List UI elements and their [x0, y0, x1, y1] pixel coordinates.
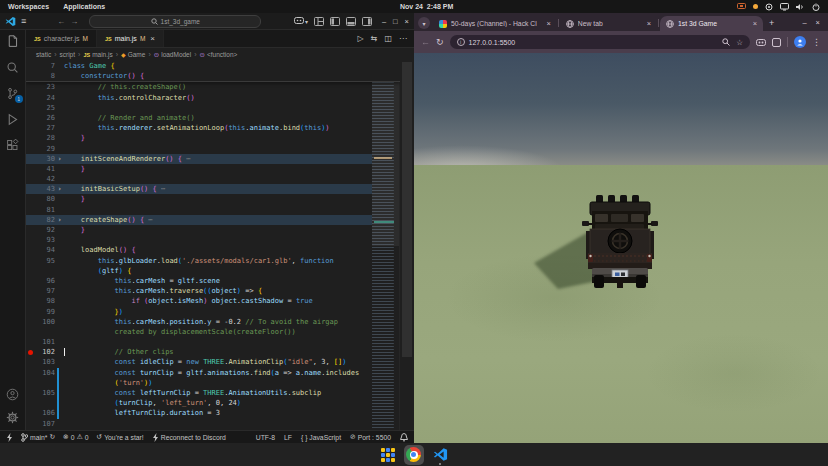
breakpoint-gutter[interactable] — [26, 266, 35, 276]
breakpoint-gutter[interactable] — [26, 388, 35, 398]
back-icon[interactable]: ← — [421, 37, 430, 47]
extensions-icon[interactable] — [6, 139, 19, 152]
breakpoint-gutter[interactable] — [26, 317, 35, 327]
code-line-97[interactable]: 97 this.carMesh.traverse((object) => { — [26, 286, 400, 296]
split-editor-icon[interactable]: ◫ — [384, 34, 392, 43]
breakpoint-gutter[interactable] — [26, 347, 35, 357]
breakpoint-gutter[interactable] — [26, 71, 35, 81]
copilot-icon[interactable]: ▾ — [294, 17, 308, 25]
code-line-80[interactable]: 80 } — [26, 194, 400, 204]
account-icon[interactable] — [6, 388, 19, 401]
status-discord[interactable]: Reconnect to Discord — [152, 433, 226, 442]
menu-icon[interactable]: ≡ — [21, 16, 26, 26]
code-line-27[interactable]: 27 this.renderer.setAnimationLoop(this.a… — [26, 123, 400, 133]
minimap-visible-region[interactable] — [372, 61, 400, 246]
toggle-sidebar-icon[interactable] — [330, 17, 340, 26]
fold-gutter[interactable] — [55, 408, 64, 418]
breakpoint-gutter[interactable] — [26, 327, 35, 337]
sync-icon[interactable]: ↻ — [49, 433, 55, 441]
screen-share-icon[interactable] — [737, 3, 746, 10]
breakpoint-gutter[interactable] — [26, 61, 35, 71]
breakpoint-gutter[interactable] — [26, 357, 35, 367]
code-line-23[interactable]: 23 // this.createShape() — [26, 82, 400, 92]
code-editor[interactable]: 7class Game {8 constructor() { 23 // thi… — [26, 61, 400, 430]
reload-icon[interactable]: ↻ — [436, 37, 444, 47]
code-line-96[interactable]: 96 this.carMesh = gltf.scene — [26, 276, 400, 286]
breakpoint-gutter[interactable] — [26, 296, 35, 306]
breakpoint-gutter[interactable] — [26, 205, 35, 215]
site-info-icon[interactable]: i — [457, 38, 465, 46]
fold-gutter[interactable] — [55, 307, 64, 317]
code-line-99[interactable]: 99 }) — [26, 307, 400, 317]
breadcrumb-item[interactable]: ⊙<function> — [200, 51, 238, 59]
breadcrumb-item[interactable]: ⊙loadModel — [154, 51, 191, 59]
breakpoint-gutter[interactable] — [26, 419, 35, 429]
fold-gutter[interactable] — [55, 235, 64, 245]
scrollbar-thumb[interactable] — [402, 62, 412, 357]
status-problems[interactable]: ⊗0 ⚠0 — [63, 433, 88, 441]
fold-gutter[interactable] — [55, 82, 64, 92]
fold-gutter[interactable] — [55, 194, 64, 204]
fold-gutter[interactable] — [55, 419, 64, 429]
status-lf[interactable]: LF — [284, 434, 292, 441]
fold-gutter[interactable] — [55, 286, 64, 296]
fold-gutter[interactable] — [55, 368, 64, 378]
fold-gutter[interactable] — [55, 337, 64, 347]
code-line-93[interactable]: 93 — [26, 235, 400, 245]
editor-tab-character.js[interactable]: JScharacter.jsM — [26, 30, 97, 47]
settings-gear-icon[interactable] — [6, 411, 19, 424]
history-forward-button[interactable]: → — [70, 17, 78, 26]
browser-tab-close-icon[interactable]: × — [647, 19, 651, 28]
breakpoint-gutter[interactable] — [26, 215, 35, 225]
extension-icon[interactable] — [756, 38, 766, 47]
breakpoint-gutter[interactable] — [26, 113, 35, 123]
code-line-43[interactable]: 43› initBasicSetup() { ⋯ — [26, 184, 400, 194]
applications-menu[interactable]: Applications — [63, 3, 105, 10]
breakpoint-gutter[interactable] — [26, 276, 35, 286]
tab-close-icon[interactable]: × — [150, 34, 155, 43]
breakpoint-gutter[interactable] — [26, 184, 35, 194]
maximize-button[interactable]: □ — [393, 17, 398, 26]
power-icon[interactable] — [812, 3, 820, 11]
editor-scrollbar[interactable] — [399, 61, 414, 430]
fold-gutter[interactable] — [55, 123, 64, 133]
fold-gutter[interactable] — [55, 317, 64, 327]
code-line-106[interactable]: 106 leftTurnClip.duration = 3 — [26, 408, 400, 418]
history-back-button[interactable]: ← — [57, 17, 65, 26]
toggle-secondary-sidebar-icon[interactable] — [362, 17, 372, 26]
dock-chrome-icon[interactable] — [404, 445, 424, 465]
game-viewport[interactable] — [414, 53, 828, 443]
lens-search-icon[interactable] — [722, 38, 730, 46]
code-line-wrap[interactable]: ('turn')) — [26, 378, 400, 388]
toggle-panel-icon[interactable] — [346, 17, 356, 26]
dock-vscode-icon[interactable] — [433, 447, 448, 462]
fold-gutter[interactable] — [55, 103, 64, 113]
breadcrumb-item[interactable]: JSmain.js — [83, 51, 112, 58]
status-star[interactable]: ↺You're a star! — [96, 433, 143, 441]
close-button[interactable]: × — [405, 17, 409, 26]
breakpoint-gutter[interactable] — [26, 194, 35, 204]
notifications-bell-icon[interactable] — [400, 433, 408, 442]
toggle-changes-icon[interactable]: ⇆ — [371, 34, 378, 43]
code-line-92[interactable]: 92 } — [26, 225, 400, 235]
breakpoint-gutter[interactable] — [26, 82, 35, 92]
code-line-25[interactable]: 25 — [26, 103, 400, 113]
code-line-82[interactable]: 82› createShape() { ⋯ — [26, 215, 400, 225]
browser-tab-2[interactable]: New tab× — [560, 16, 657, 31]
breakpoint-gutter[interactable] — [26, 225, 35, 235]
fold-gutter[interactable] — [55, 256, 64, 266]
volume-icon[interactable] — [796, 3, 805, 11]
breakpoint-gutter[interactable] — [26, 144, 35, 154]
code-line-95[interactable]: 95 this.glbLoader.load('./assets/modals/… — [26, 256, 400, 266]
breakpoint-gutter[interactable] — [26, 286, 35, 296]
breakpoint-gutter[interactable] — [26, 103, 35, 113]
fold-gutter[interactable] — [55, 225, 64, 235]
breakpoint-gutter[interactable] — [26, 164, 35, 174]
remote-indicator-icon[interactable] — [6, 433, 13, 442]
search-icon[interactable] — [6, 61, 19, 74]
explorer-icon[interactable] — [6, 35, 19, 48]
breakpoint-gutter[interactable] — [26, 307, 35, 317]
breakpoint-gutter[interactable] — [26, 408, 35, 418]
fold-gutter[interactable] — [55, 296, 64, 306]
minimap[interactable] — [372, 61, 400, 430]
